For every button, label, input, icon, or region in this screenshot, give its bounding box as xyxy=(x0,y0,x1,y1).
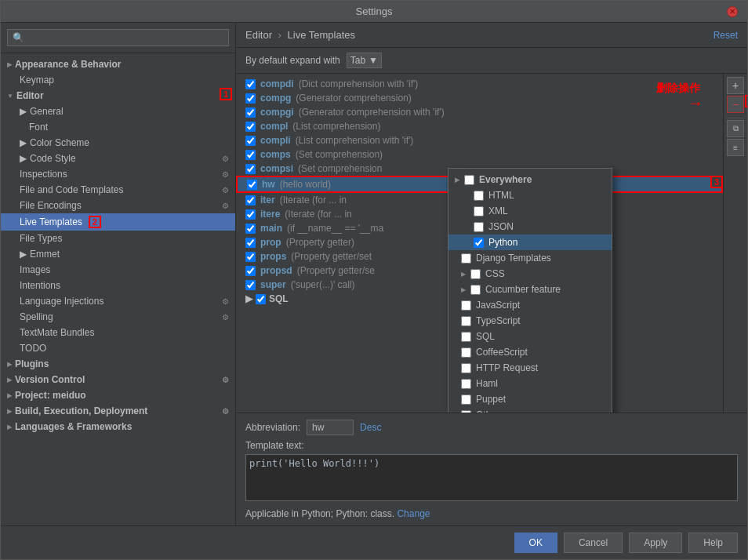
dropdown-item-typescript[interactable]: TypeScript xyxy=(448,313,612,329)
list-item[interactable]: compl (List comprehension) xyxy=(236,119,723,133)
dropdown-checkbox[interactable] xyxy=(470,269,481,279)
template-checkbox[interactable] xyxy=(245,136,256,146)
template-checkbox[interactable] xyxy=(247,180,257,190)
nav-appearance[interactable]: ▶ Appearance & Behavior xyxy=(1,56,235,72)
triangle-icon: ▶ xyxy=(455,176,459,184)
template-checkbox[interactable] xyxy=(245,266,256,276)
nav-textmate-label: TextMate Bundles xyxy=(20,327,94,338)
template-checkbox[interactable] xyxy=(245,164,256,174)
dropdown-checkbox[interactable] xyxy=(461,300,471,311)
desc-link[interactable]: Desc xyxy=(360,422,381,433)
dropdown-checkbox[interactable] xyxy=(461,363,471,373)
move-button[interactable]: ≡ xyxy=(727,139,744,156)
dropdown-item-other[interactable]: Other xyxy=(448,407,612,413)
nav-images[interactable]: Images xyxy=(1,262,235,278)
template-checkbox[interactable] xyxy=(245,238,256,248)
list-item[interactable]: compgi (Generator comprehension with 'if… xyxy=(236,105,723,119)
dropdown-item-json[interactable]: JSON xyxy=(448,219,612,235)
list-item[interactable]: compli (List comprehension with 'if') xyxy=(236,133,723,147)
nav-plugins[interactable]: ▶ Plugins xyxy=(1,356,235,372)
dropdown-checkbox[interactable] xyxy=(474,191,484,201)
copy-button[interactable]: ⧉ xyxy=(727,120,744,137)
nav-font[interactable]: Font xyxy=(1,119,235,135)
dropdown-item-python[interactable]: Python xyxy=(448,235,612,250)
dropdown-checkbox[interactable] xyxy=(461,395,471,405)
dropdown-checkbox[interactable] xyxy=(461,347,471,358)
triangle-icon: ▶ xyxy=(20,106,27,117)
nav-project[interactable]: ▶ Project: meiduo xyxy=(1,387,235,403)
add-button[interactable]: + xyxy=(727,77,744,94)
dropdown-item-everywhere[interactable]: ▶ Everywhere xyxy=(448,172,612,187)
nav-emmet[interactable]: ▶ Emmet xyxy=(1,246,235,262)
dropdown-checkbox[interactable] xyxy=(461,316,471,326)
template-checkbox[interactable] xyxy=(245,224,256,234)
template-textarea[interactable]: print('Hello World!!!') xyxy=(245,454,738,501)
dropdown-item-sql[interactable]: SQL xyxy=(448,329,612,344)
template-checkbox[interactable] xyxy=(245,122,256,132)
cancel-button[interactable]: Cancel xyxy=(564,533,623,553)
dropdown-checkbox[interactable] xyxy=(474,206,484,216)
nav-intentions[interactable]: Intentions xyxy=(1,278,235,293)
nav-version-control[interactable]: ▶ Version Control ⚙ xyxy=(1,372,235,387)
dropdown-checkbox[interactable] xyxy=(461,253,471,264)
dropdown-item-haml[interactable]: Haml xyxy=(448,376,612,391)
nav-code-style[interactable]: ▶ Code Style ⚙ xyxy=(1,151,235,166)
nav-language-injections[interactable]: Language Injections ⚙ xyxy=(1,293,235,309)
nav-languages[interactable]: ▶ Languages & Frameworks xyxy=(1,419,235,435)
dropdown-item-xml[interactable]: XML xyxy=(448,203,612,219)
dropdown-item-http[interactable]: HTTP Request xyxy=(448,360,612,376)
nav-general[interactable]: ▶ General xyxy=(1,104,235,119)
template-desc: (Generator comprehension with 'if') xyxy=(299,107,445,118)
dropdown-item-django[interactable]: Django Templates xyxy=(448,250,612,266)
dropdown-item-puppet[interactable]: Puppet xyxy=(448,391,612,407)
reset-link[interactable]: Reset xyxy=(714,30,738,41)
nav-keymap[interactable]: Keymap xyxy=(1,72,235,88)
expand-value: Tab xyxy=(350,55,365,66)
nav-color-scheme[interactable]: ▶ Color Scheme xyxy=(1,135,235,151)
list-item[interactable]: comps (Set comprehension) xyxy=(236,147,723,162)
template-checkbox[interactable] xyxy=(245,252,256,262)
nav-live-templates[interactable]: Live Templates 2 xyxy=(1,213,235,231)
remove-button[interactable]: − 4 xyxy=(727,96,744,113)
template-checkbox[interactable] xyxy=(245,209,256,220)
apply-button[interactable]: Apply xyxy=(629,533,682,553)
nav-todo[interactable]: TODO xyxy=(1,340,235,356)
dropdown-item-coffeescript[interactable]: CoffeeScript xyxy=(448,344,612,360)
dropdown-checkbox[interactable] xyxy=(474,238,484,248)
dropdown-item-css[interactable]: ▶ CSS xyxy=(448,266,612,282)
dropdown-checkbox[interactable] xyxy=(461,332,471,342)
dropdown-checkbox[interactable] xyxy=(474,222,484,232)
triangle-icon: ▶ xyxy=(7,392,12,399)
abbreviation-input[interactable] xyxy=(307,420,354,435)
dropdown-checkbox[interactable] xyxy=(461,379,471,389)
nav-textmate[interactable]: TextMate Bundles xyxy=(1,325,235,340)
dropdown-checkbox[interactable] xyxy=(461,410,471,413)
change-link[interactable]: Change xyxy=(397,508,430,519)
nav-file-types[interactable]: File Types xyxy=(1,231,235,246)
dropdown-checkbox[interactable] xyxy=(470,285,481,295)
nav-spelling[interactable]: Spelling ⚙ xyxy=(1,309,235,325)
list-item[interactable]: compg (Generator comprehension) xyxy=(236,91,723,105)
dropdown-item-javascript[interactable]: JavaScript xyxy=(448,297,612,313)
nav-editor[interactable]: ▼ Editor 1 xyxy=(1,88,235,104)
sql-checkbox[interactable] xyxy=(256,294,266,304)
dropdown-checkbox[interactable] xyxy=(464,175,474,185)
expand-dropdown[interactable]: Tab ▼ xyxy=(347,53,382,68)
dropdown-item-html[interactable]: HTML xyxy=(448,187,612,203)
ok-button[interactable]: OK xyxy=(514,533,557,553)
dropdown-item-cucumber[interactable]: ▶ Cucumber feature xyxy=(448,282,612,297)
nav-file-code[interactable]: File and Code Templates ⚙ xyxy=(1,182,235,198)
nav-build[interactable]: ▶ Build, Execution, Deployment ⚙ xyxy=(1,403,235,419)
template-checkbox[interactable] xyxy=(245,280,256,290)
template-checkbox[interactable] xyxy=(245,150,256,160)
template-checkbox[interactable] xyxy=(245,79,256,89)
nav-file-encodings[interactable]: File Encodings ⚙ xyxy=(1,198,235,213)
nav-inspections[interactable]: Inspections ⚙ xyxy=(1,166,235,182)
help-button[interactable]: Help xyxy=(688,533,738,553)
search-input[interactable] xyxy=(7,29,229,46)
list-item[interactable]: compdi (Dict comprehension with 'if') xyxy=(236,77,723,91)
close-button[interactable]: ✕ xyxy=(727,6,738,17)
template-checkbox[interactable] xyxy=(245,195,256,205)
template-checkbox[interactable] xyxy=(245,93,256,104)
template-checkbox[interactable] xyxy=(245,107,256,118)
